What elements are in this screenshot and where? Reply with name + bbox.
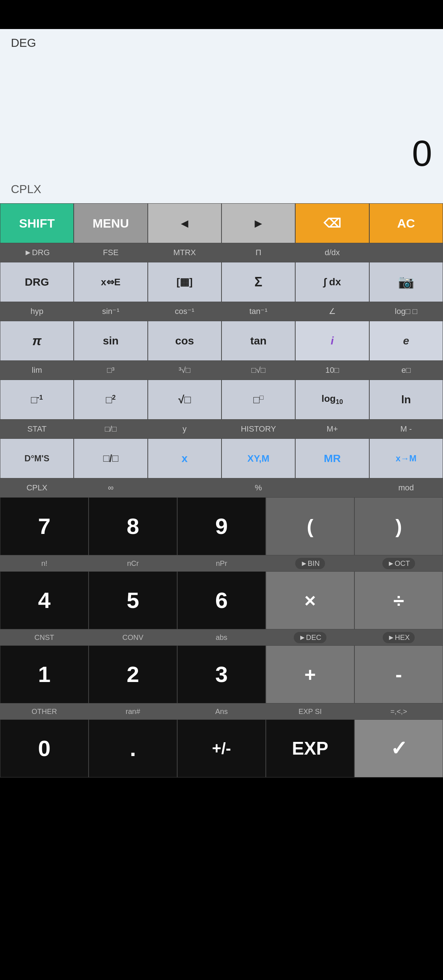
camera-button[interactable]: 📷 (369, 262, 443, 302)
ln-button[interactable]: ln (369, 380, 443, 420)
sec-cbrt: ³√□ (148, 366, 222, 375)
tertiary-labels-123: OTHER ran# Ans EXP SI =,<,> (0, 703, 443, 719)
sec-mod: mod (369, 483, 443, 493)
sqrt-button[interactable]: √□ (148, 380, 222, 420)
4-button[interactable]: 4 (0, 571, 89, 629)
sec-stat: STAT (0, 424, 74, 434)
tert-compare: =,<,> (354, 707, 443, 716)
log10-button[interactable]: log10 (295, 380, 369, 420)
tert-hex: ►HEX (354, 632, 443, 643)
frac-button[interactable]: □/□ (74, 439, 147, 478)
matrix-button[interactable]: [▦] (148, 262, 222, 302)
sec-logbox: log□ □ (369, 307, 443, 316)
integral-button[interactable]: ∫ dx (295, 262, 369, 302)
sec-percent: % (222, 483, 295, 493)
secondary-labels-3: lim □³ ³√□ □√□ 10□ e□ (0, 361, 443, 380)
sec-mminus: M - (369, 424, 443, 434)
tertiary-labels-456: CNST CONV abs ►DEC ►HEX (0, 629, 443, 645)
sec-lim: lim (0, 366, 74, 375)
display: DEG 0 CPLX (0, 29, 443, 203)
drg-button[interactable]: DRG (0, 262, 74, 302)
control-row: SHIFT MENU ◄ ► ⌫ AC (0, 203, 443, 243)
sec-angle: ∠ (295, 307, 369, 316)
xm-button[interactable]: x→M (369, 439, 443, 478)
secondary-labels-2: hyp sin⁻¹ cos⁻¹ tan⁻¹ ∠ log□ □ (0, 302, 443, 321)
9-button[interactable]: 9 (177, 497, 266, 555)
sin-button[interactable]: sin (74, 321, 147, 361)
sec-y: y (148, 424, 222, 434)
sec-cplx: CPLX (0, 483, 74, 493)
angle-mode: DEG (11, 36, 36, 50)
cos-button[interactable]: cos (148, 321, 222, 361)
ac-button[interactable]: AC (369, 203, 443, 243)
mr-button[interactable]: MR (295, 439, 369, 478)
pow-button[interactable]: □□ (222, 380, 295, 420)
dot-button[interactable]: . (89, 719, 177, 778)
tert-oct: ►OCT (354, 558, 443, 569)
tert-nf: n! (0, 559, 89, 568)
power-row: □-1 □2 √□ □□ log10 ln (0, 380, 443, 420)
func-row-1: DRG x⇔E [▦] Σ ∫ dx 📷 (0, 262, 443, 302)
sec-pi: Π (222, 248, 295, 257)
sec-inf: ∞ (74, 483, 147, 493)
tan-button[interactable]: tan (222, 321, 295, 361)
sec-ex: e□ (369, 366, 443, 375)
display-cplx: CPLX (11, 183, 41, 196)
keyboard: SHIFT MENU ◄ ► ⌫ AC ►DRG FSE MTRX Π d/dx… (0, 203, 443, 778)
tert-other: OTHER (0, 707, 89, 716)
check-button[interactable]: ✓ (354, 719, 443, 778)
sec-hyp: hyp (0, 307, 74, 316)
sec-fse: FSE (74, 248, 147, 257)
plus-button[interactable]: + (266, 645, 354, 703)
left-button[interactable]: ◄ (148, 203, 222, 243)
shift-button[interactable]: SHIFT (0, 203, 74, 243)
menu-button[interactable]: MENU (74, 203, 147, 243)
tert-bin: ►BIN (266, 558, 354, 569)
sec-ddx: d/dx (295, 248, 369, 257)
8-button[interactable]: 8 (89, 497, 177, 555)
dms-button[interactable]: D°M'S (0, 439, 74, 478)
lparen-button[interactable]: ( (266, 497, 354, 555)
inv-button[interactable]: □-1 (0, 380, 74, 420)
sec-taninv: tan⁻¹ (222, 307, 295, 316)
plusminus-button[interactable]: +/- (177, 719, 266, 778)
secondary-labels-4: STAT □/□ y HISTORY M+ M - (0, 420, 443, 439)
1-button[interactable]: 1 (0, 645, 89, 703)
backspace-button[interactable]: ⌫ (295, 203, 369, 243)
0-button[interactable]: 0 (0, 719, 89, 778)
right-button[interactable]: ► (222, 203, 295, 243)
display-value: 0 (412, 132, 432, 174)
sq-button[interactable]: □2 (74, 380, 147, 420)
sec-cosinv: cos⁻¹ (148, 307, 222, 316)
row-789: 7 8 9 ( ) (0, 497, 443, 555)
6-button[interactable]: 6 (177, 571, 266, 629)
3-button[interactable]: 3 (177, 645, 266, 703)
minus-button[interactable]: - (354, 645, 443, 703)
tert-dec: ►DEC (266, 632, 354, 643)
divide-button[interactable]: ÷ (354, 571, 443, 629)
pi-button[interactable]: π (0, 321, 74, 361)
xym-button[interactable]: XY,M (222, 439, 295, 478)
row-456: 4 5 6 × ÷ (0, 571, 443, 629)
sigma-button[interactable]: Σ (222, 262, 295, 302)
sec-cube: □³ (74, 366, 147, 375)
i-button[interactable]: i (295, 321, 369, 361)
xe-button[interactable]: x⇔E (74, 262, 147, 302)
exp-button[interactable]: EXP (266, 719, 354, 778)
tert-abs: abs (177, 633, 266, 642)
tert-cnst: CNST (0, 633, 89, 642)
tert-ncr: nCr (89, 559, 177, 568)
7-button[interactable]: 7 (0, 497, 89, 555)
row-123: 1 2 3 + - (0, 645, 443, 703)
sec-mtrx: MTRX (148, 248, 222, 257)
tert-ran: ran# (89, 707, 177, 716)
2-button[interactable]: 2 (89, 645, 177, 703)
5-button[interactable]: 5 (89, 571, 177, 629)
rparen-button[interactable]: ) (354, 497, 443, 555)
multiply-button[interactable]: × (266, 571, 354, 629)
x-button[interactable]: x (148, 439, 222, 478)
xy-row: D°M'S □/□ x XY,M MR x→M (0, 439, 443, 478)
sec-history: HISTORY (222, 424, 295, 434)
secondary-labels-5: CPLX ∞ % mod (0, 478, 443, 497)
e-button[interactable]: e (369, 321, 443, 361)
